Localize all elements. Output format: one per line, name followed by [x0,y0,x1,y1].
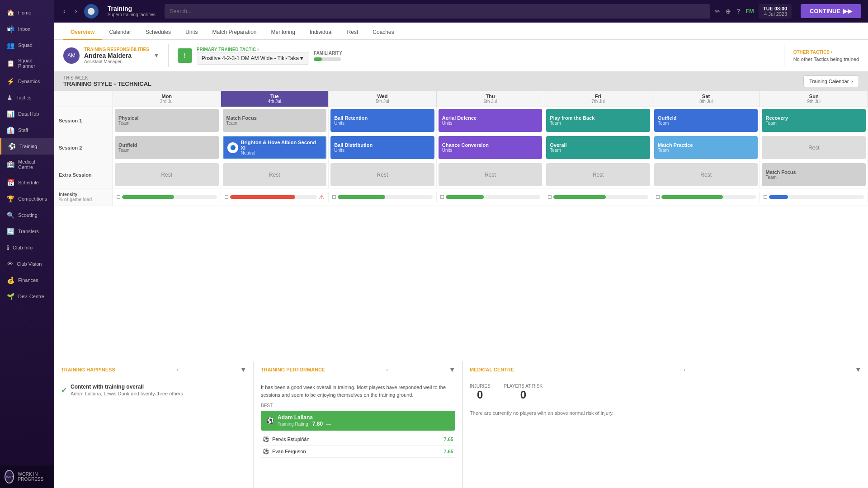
perf-title[interactable]: TRAINING PERFORMANCE [261,367,325,372]
session-cell-2-6: Match FocusTeam [760,161,868,188]
sidebar-item-club-info[interactable]: ℹClub Info [0,239,54,256]
rest-card[interactable]: Rest [762,136,866,159]
session-cell-2-0: Rest [113,161,221,188]
edit-icon[interactable]: ✏ [715,8,720,15]
training-card[interactable]: Match FocusTeam [223,109,327,132]
nav-back-button[interactable]: ‹ [61,5,68,18]
training-card[interactable]: OutfieldTeam [115,136,219,159]
sidebar-item-medical-centre[interactable]: 🏥Medical Centre [0,155,54,174]
sidebar-item-training[interactable]: ⚽Training [0,138,54,155]
sidebar-label: Schedule [18,180,39,185]
facility-name: Training [108,5,156,12]
card-type: Play from the Back [550,115,646,121]
training-card[interactable]: Chance ConversionUnits [439,136,542,159]
training-card[interactable]: Ball DistributionUnits [330,136,434,159]
day-header-2: Wed5th Jul [329,91,437,107]
sidebar-item-home[interactable]: 🏠Home [0,5,54,21]
training-calendar-button[interactable]: Training Calendar › [803,75,859,87]
sidebar-item-club-vision[interactable]: 👁Club Vision [0,256,54,272]
sidebar-item-dynamics[interactable]: ⚡Dynamics [0,73,54,89]
main-content: OverviewCalendarSchedulesUnitsMatch Prep… [54,23,868,488]
sidebar-item-scouting[interactable]: 🔍Scouting [0,207,54,223]
tab-overview[interactable]: Overview [63,25,102,40]
intensity-indicator [656,195,660,199]
training-card[interactable]: Play from the BackTeam [546,109,650,132]
rest-card[interactable]: Rest [654,163,758,186]
tab-mentoring[interactable]: Mentoring [264,25,302,40]
sidebar-item-transfers[interactable]: 🔄Transfers [0,223,54,239]
tab-match-preparation[interactable]: Match Preparation [205,25,264,40]
training-card[interactable]: Match FocusTeam [762,163,866,186]
rest-card[interactable]: Rest [546,163,650,186]
sidebar-item-inbox[interactable]: 📬Inbox [0,21,54,37]
sidebar-item-schedule[interactable]: 📅Schedule [0,174,54,191]
sidebar-item-finances[interactable]: 💰Finances [0,272,54,288]
other-tactics-label[interactable]: OTHER TACTICS › [793,50,859,55]
card-subtype: Team [765,175,862,180]
training-card[interactable]: OverallTeam [546,136,650,159]
tab-rest[interactable]: Rest [340,25,366,40]
med-title[interactable]: MEDICAL CENTRE [470,367,514,372]
day-date: 8th Jul [656,99,756,104]
day-header-3: Thu6th Jul [437,91,545,107]
tab-individual[interactable]: Individual [302,25,340,40]
search-input[interactable] [165,4,711,19]
sidebar-item-tactics[interactable]: ♟Tactics [0,89,54,106]
best-player-row[interactable]: ⚽ Adam Lallana Training Rating 7.80 — [261,411,455,431]
tab-coaches[interactable]: Coaches [365,25,401,40]
sidebar-icon: 📋 [7,60,14,67]
wip-icon: WIP [5,470,14,483]
content-area: THIS WEEK TRAINING STYLE - TECHNICAL Tra… [54,72,868,488]
training-card[interactable]: 🔵 Brighton & Hove Albion Second XI Neutr… [223,136,327,159]
day-name: Sun [764,94,864,99]
rest-card[interactable]: Rest [439,163,542,186]
week-label: THIS WEEK [63,75,151,80]
tab-units[interactable]: Units [178,25,205,40]
resp-info: TRAINING RESPONSIBILITIES Andrea Maldera… [84,47,149,64]
date-display: 4 Jul 2023 [763,11,787,17]
sidebar-item-competitions[interactable]: 🏆Competitions [0,191,54,207]
tactic-select[interactable]: Positive 4-2-3-1 DM AM Wide - Tiki-Taka … [197,52,309,65]
perf-collapse[interactable]: ▼ [449,366,455,373]
training-card[interactable]: Aerial DefenceUnits [439,109,542,132]
happiness-title[interactable]: TRAINING HAPPINESS [61,367,115,372]
sidebar-label: Squad [18,42,33,48]
rest-card[interactable]: Rest [115,163,219,186]
continue-button[interactable]: CONTINUE ▶▶ [801,4,861,18]
sidebar-item-data-hub[interactable]: 📊Data Hub [0,106,54,122]
training-card[interactable]: OutfieldTeam [654,109,758,132]
med-header: MEDICAL CENTRE › ▼ [463,361,868,378]
session-cell-0-2: Ball RetentionUnits [329,107,437,134]
this-week-info: THIS WEEK TRAINING STYLE - TECHNICAL [63,75,151,87]
session-cell-1-5: Match PracticeTeam [652,134,760,161]
happiness-collapse[interactable]: ▼ [240,366,246,373]
player-row[interactable]: ⚽ Evan Ferguson 7.65 [261,446,455,458]
training-card[interactable]: Match PracticeTeam [654,136,758,159]
team-badge: ⚪ [84,4,99,19]
day-name: Wed [332,94,433,99]
nav-forward-button[interactable]: › [72,5,79,18]
manager-avatar: AM [63,47,80,64]
training-card[interactable]: RecoveryTeam [762,109,866,132]
sidebar-item-staff[interactable]: 👔Staff [0,122,54,138]
sidebar-icon: 🌱 [7,293,14,300]
intensity-cell-2 [329,192,437,202]
rest-card[interactable]: Rest [223,163,327,186]
sidebar-icon: 📊 [7,110,14,117]
player-rating: 7.65 [444,436,453,442]
fam-label: FAMILIARITY [314,51,342,56]
tab-schedules[interactable]: Schedules [138,25,178,40]
player-row[interactable]: ⚽ Pervis Estupiñán 7.65 [261,433,455,446]
rest-card[interactable]: Rest [330,163,434,186]
sidebar-item-squad-planner[interactable]: 📋Squad Planner [0,53,54,73]
resp-chevron[interactable]: ▼ [154,52,159,59]
sidebar-item-dev.-centre[interactable]: 🌱Dev. Centre [0,288,54,305]
sidebar-item-squad[interactable]: 👥Squad [0,37,54,53]
training-card[interactable]: Ball RetentionUnits [330,109,434,132]
tab-calendar[interactable]: Calendar [102,25,138,40]
help-icon[interactable]: ? [736,8,740,15]
primary-tactic-label[interactable]: PRIMARY TRAINED TACTIC › [197,47,309,52]
tactics-icon[interactable]: ⊕ [726,8,731,15]
training-card[interactable]: PhysicalTeam [115,109,219,132]
med-collapse[interactable]: ▼ [855,366,861,373]
